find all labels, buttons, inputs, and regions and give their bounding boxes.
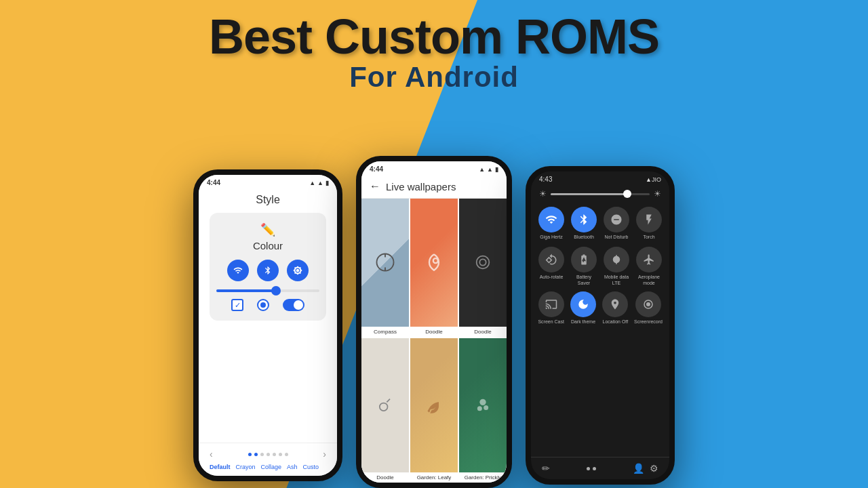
radio-inner bbox=[260, 302, 266, 308]
nav-dots bbox=[248, 453, 288, 456]
nav-dot-4 bbox=[267, 453, 270, 456]
style-screen-title: Style bbox=[256, 194, 280, 206]
wp-garden-prickly-preview bbox=[459, 338, 507, 473]
wp-compass-img: Compass bbox=[361, 199, 409, 337]
edit-icon[interactable]: ✏ bbox=[542, 463, 550, 474]
bottom-dot-2 bbox=[593, 467, 596, 470]
style-collage[interactable]: Collage bbox=[261, 464, 282, 470]
wp-garden-prickly[interactable]: Garden: Prickly bbox=[459, 338, 507, 483]
phone3-time: 4:43 bbox=[539, 176, 552, 183]
qs-tile-bluetooth[interactable]: Bluetooth bbox=[570, 207, 597, 240]
settings-icon[interactable]: ⚙ bbox=[650, 463, 658, 474]
qs-tile-batterysaver[interactable]: Battery Saver bbox=[570, 247, 597, 286]
phone2-screen: 4:44 ▲ ▲ ▮ ← Live wallpapers bbox=[361, 161, 507, 483]
batterysaver-label: Battery Saver bbox=[570, 274, 597, 286]
bottom-dot-1 bbox=[587, 467, 590, 470]
style-ash[interactable]: Ash bbox=[287, 464, 298, 470]
next-arrow[interactable]: › bbox=[323, 449, 326, 460]
wp-doodle1-label: Doodle bbox=[410, 327, 458, 337]
wp-doodle1[interactable]: Doodle bbox=[410, 199, 458, 337]
phone1-time: 4:44 bbox=[207, 179, 220, 186]
brightness-slider[interactable] bbox=[551, 193, 650, 195]
brightness-fill bbox=[551, 193, 625, 195]
airplane-icon-wrap bbox=[636, 247, 662, 272]
qs-tile-darktheme[interactable]: Dark theme bbox=[570, 291, 596, 325]
svg-point-6 bbox=[380, 403, 388, 411]
dnd-label: Not Disturb bbox=[604, 235, 628, 240]
phone1-status-icons: ▲ ▲ ▮ bbox=[309, 180, 329, 186]
phone1-bottom: ‹ › Default Crayon Collage bbox=[199, 443, 337, 476]
svg-point-9 bbox=[477, 406, 482, 411]
phone1-statusbar: 4:44 ▲ ▲ ▮ bbox=[199, 175, 337, 188]
wp-doodle1-img: Doodle bbox=[410, 199, 458, 337]
wallpaper-grid: Compass Doodle bbox=[361, 199, 507, 483]
wp-doodle2-label: Doodle bbox=[459, 327, 507, 337]
phone-wallpapers: 4:44 ▲ ▲ ▮ ← Live wallpapers bbox=[356, 156, 512, 488]
back-button[interactable]: ← bbox=[370, 180, 380, 192]
slider-thumb bbox=[271, 286, 281, 296]
colour-circles bbox=[227, 260, 309, 281]
style-default[interactable]: Default bbox=[210, 464, 231, 470]
brightness-circle bbox=[287, 260, 309, 281]
bluetooth-label: Bluetooth bbox=[574, 235, 594, 240]
wp-doodle2-preview bbox=[459, 199, 507, 327]
brightness-thumb bbox=[623, 190, 631, 198]
bluetooth-icon-wrap bbox=[571, 207, 597, 232]
phone-quicksettings: 4:43 ▲JIO ☀ ☀ Giga H bbox=[526, 166, 675, 485]
qs-tile-airplane[interactable]: Aeroplane mode bbox=[635, 247, 663, 286]
nav-dot-5 bbox=[273, 453, 276, 456]
qs-tile-screenrecord[interactable]: Screenrecord bbox=[634, 291, 663, 325]
wp-doodle3-img: Doodle bbox=[361, 338, 409, 483]
colour-slider[interactable] bbox=[216, 289, 319, 292]
screenrecord-label: Screenrecord bbox=[634, 319, 663, 325]
qs-tile-torch[interactable]: Torch bbox=[635, 207, 663, 240]
colour-box: ✏️ Colour bbox=[210, 213, 326, 321]
wp-garden-leafy[interactable]: Garden: Leafy bbox=[410, 338, 458, 483]
signal-icon2: ▲ bbox=[487, 166, 493, 173]
nav-dot-7 bbox=[285, 453, 288, 456]
qs-row3: Screen Cast Dark theme Location Off bbox=[531, 289, 669, 327]
svg-point-3 bbox=[433, 258, 438, 263]
prev-arrow[interactable]: ‹ bbox=[210, 449, 213, 460]
qs-tile-cast[interactable]: Screen Cast bbox=[538, 291, 564, 325]
phone2-time: 4:44 bbox=[370, 165, 383, 173]
battery-icon2: ▮ bbox=[495, 166, 498, 173]
nav-dot-1 bbox=[248, 453, 252, 456]
brightness-row: ☀ ☀ bbox=[531, 185, 669, 203]
wp-compass[interactable]: Compass bbox=[361, 199, 409, 337]
batterysaver-icon-wrap bbox=[571, 247, 597, 272]
nav-arrows: ‹ › bbox=[210, 449, 326, 460]
wp-doodle2-img: Doodle bbox=[459, 199, 507, 337]
switch-knob bbox=[294, 300, 303, 310]
checkbox-toggle[interactable]: ✓ bbox=[231, 299, 243, 311]
svg-point-10 bbox=[484, 405, 488, 410]
wp-garden-leafy-label: Garden: Leafy bbox=[410, 472, 458, 483]
style-custom[interactable]: Custo bbox=[303, 464, 319, 470]
signal-4g-icon: ▲JIO bbox=[646, 176, 661, 183]
radio-toggle[interactable] bbox=[257, 299, 269, 311]
dnd-icon-wrap bbox=[604, 207, 629, 232]
wifi-icon2: ▲ bbox=[479, 166, 485, 173]
user-icon[interactable]: 👤 bbox=[633, 463, 644, 474]
qs-tile-mobiledata[interactable]: Mobile data LTE bbox=[603, 247, 630, 286]
phone-style: 4:44 ▲ ▲ ▮ Style ✏️ Colour bbox=[193, 169, 342, 481]
brightness-high-icon: ☀ bbox=[654, 189, 661, 199]
phone1-screen: 4:44 ▲ ▲ ▮ Style ✏️ Colour bbox=[199, 175, 337, 476]
cast-icon-wrap bbox=[538, 291, 564, 317]
wp-doodle3[interactable]: Doodle bbox=[361, 338, 409, 483]
wifi-icon: ▲ bbox=[309, 180, 315, 186]
switch-toggle[interactable] bbox=[283, 299, 304, 311]
wp-doodle2[interactable]: Doodle bbox=[459, 199, 507, 337]
cast-label: Screen Cast bbox=[538, 319, 564, 325]
qs-tile-dnd[interactable]: Not Disturb bbox=[603, 207, 630, 240]
qs-tile-gigahertz[interactable]: Giga Hertz bbox=[538, 207, 565, 240]
mobiledata-icon-wrap bbox=[604, 247, 629, 272]
main-title: Best Custom ROMS bbox=[0, 12, 868, 61]
wifi-circle bbox=[227, 260, 249, 281]
style-crayon[interactable]: Crayon bbox=[236, 464, 256, 470]
battery-icon: ▮ bbox=[326, 180, 329, 186]
wp-garden-leafy-img: Garden: Leafy bbox=[410, 338, 458, 483]
qs-tile-location[interactable]: Location Off bbox=[602, 291, 629, 325]
svg-point-12 bbox=[646, 302, 650, 306]
qs-tile-autorotate[interactable]: Auto-rotate bbox=[538, 247, 565, 286]
